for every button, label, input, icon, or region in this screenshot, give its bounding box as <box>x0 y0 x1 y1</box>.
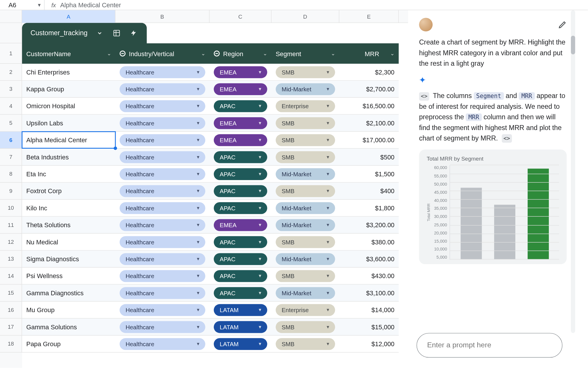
cell-customer-name[interactable]: Nu Medical <box>22 234 115 250</box>
cell-region[interactable]: APAC▼ <box>209 166 271 182</box>
cell-industry[interactable]: Healthcare▼ <box>115 166 209 182</box>
segment-pill[interactable]: SMB▼ <box>276 270 335 282</box>
cell-segment[interactable]: Mid-Market▼ <box>271 200 339 216</box>
column-letter-C[interactable]: C <box>209 10 271 23</box>
cell-industry[interactable]: Healthcare▼ <box>115 302 209 318</box>
row-number[interactable]: 14 <box>0 268 22 285</box>
cell-customer-name[interactable]: Upsilon Labs <box>22 115 115 131</box>
cell-customer-name[interactable]: Kappa Group <box>22 81 115 97</box>
industry-pill[interactable]: Healthcare▼ <box>120 100 205 112</box>
cell-mrr[interactable]: $430.00 <box>339 268 399 284</box>
cell-segment[interactable]: SMB▼ <box>271 149 339 165</box>
cell-mrr[interactable]: $1,500 <box>339 166 399 182</box>
cell-industry[interactable]: Healthcare▼ <box>115 81 209 97</box>
segment-pill[interactable]: SMB▼ <box>276 185 335 197</box>
cell-customer-name[interactable]: Psi Wellness <box>22 268 115 284</box>
cell-customer-name[interactable]: Eta Inc <box>22 166 115 182</box>
scrollbar-thumb[interactable] <box>571 36 575 54</box>
column-header-segment[interactable]: Segment⌄ <box>271 43 339 64</box>
cell-segment[interactable]: Mid-Market▼ <box>271 81 339 97</box>
row-number[interactable]: 3 <box>0 81 22 97</box>
cell-segment[interactable]: Mid-Market▼ <box>271 250 339 267</box>
cell-region[interactable]: APAC▼ <box>209 268 271 284</box>
cell-industry[interactable]: Healthcare▼ <box>115 268 209 284</box>
region-pill[interactable]: EMEA▼ <box>214 134 267 146</box>
cell-mrr[interactable]: $500 <box>339 149 399 165</box>
cell-customer-name[interactable]: Kilo Inc <box>22 200 115 216</box>
segment-pill[interactable]: Mid-Market▼ <box>276 168 335 180</box>
table-grid-icon[interactable] <box>112 29 121 38</box>
row-number[interactable]: 1 <box>0 43 22 64</box>
column-header-customer-name[interactable]: CustomerName⌄ <box>22 43 115 64</box>
region-pill[interactable]: EMEA▼ <box>214 219 267 231</box>
cell-segment[interactable]: SMB▼ <box>271 335 339 352</box>
segment-pill[interactable]: SMB▼ <box>276 338 335 350</box>
cell-region[interactable]: APAC▼ <box>209 149 271 165</box>
cell-industry[interactable]: Healthcare▼ <box>115 115 209 131</box>
cell-mrr[interactable]: $15,000 <box>339 319 399 335</box>
column-header-mrr[interactable]: MRR⌄ <box>339 43 399 64</box>
cell-mrr[interactable]: $16,500.00 <box>339 98 399 114</box>
cell-industry[interactable]: Healthcare▼ <box>115 200 209 216</box>
code-toggle-icon[interactable]: <> <box>419 92 429 101</box>
segment-pill[interactable]: Mid-Market▼ <box>276 202 335 214</box>
cell-segment[interactable]: SMB▼ <box>271 64 339 80</box>
cell-industry[interactable]: Healthcare▼ <box>115 335 209 352</box>
cell-region[interactable]: EMEA▼ <box>209 132 271 148</box>
region-pill[interactable]: LATAM▼ <box>214 338 267 350</box>
cell-segment[interactable]: SMB▼ <box>271 319 339 335</box>
industry-pill[interactable]: Healthcare▼ <box>120 168 205 180</box>
row-number[interactable]: 4 <box>0 98 22 115</box>
row-number[interactable]: 18 <box>0 335 22 352</box>
segment-pill[interactable]: Mid-Market▼ <box>276 219 335 231</box>
cell-mrr[interactable]: $3,200.00 <box>339 217 399 233</box>
region-pill[interactable]: APAC▼ <box>214 185 267 197</box>
cell-mrr[interactable]: $2,700.00 <box>339 81 399 97</box>
cell-segment[interactable]: Mid-Market▼ <box>271 166 339 182</box>
row-number[interactable]: 13 <box>0 250 22 267</box>
industry-pill[interactable]: Healthcare▼ <box>120 236 205 248</box>
column-letter-D[interactable]: D <box>271 10 339 23</box>
cell-customer-name[interactable]: Sigma Diagnostics <box>22 250 115 267</box>
row-number[interactable]: 5 <box>0 115 22 131</box>
cell-region[interactable]: APAC▼ <box>209 98 271 114</box>
industry-pill[interactable]: Healthcare▼ <box>120 219 205 231</box>
segment-pill[interactable]: SMB▼ <box>276 321 335 333</box>
cell-customer-name[interactable]: Gamma Solutions <box>22 319 115 335</box>
industry-pill[interactable]: Healthcare▼ <box>120 253 205 265</box>
cell-region[interactable]: APAC▼ <box>209 285 271 301</box>
column-letter-E[interactable]: E <box>339 10 399 23</box>
region-pill[interactable]: LATAM▼ <box>214 304 267 316</box>
segment-pill[interactable]: SMB▼ <box>276 66 335 78</box>
cell-industry[interactable]: Healthcare▼ <box>115 149 209 165</box>
cell-region[interactable]: APAC▼ <box>209 234 271 250</box>
region-pill[interactable]: EMEA▼ <box>214 83 267 95</box>
cell-customer-name[interactable]: Alpha Medical Center <box>22 132 115 148</box>
cell-region[interactable]: LATAM▼ <box>209 302 271 318</box>
region-pill[interactable]: APAC▼ <box>214 168 267 180</box>
industry-pill[interactable]: Healthcare▼ <box>120 338 205 350</box>
cell-mrr[interactable]: $380.00 <box>339 234 399 250</box>
formula-value[interactable]: Alpha Medical Center <box>60 1 121 8</box>
cell-mrr[interactable]: $2,100.00 <box>339 115 399 131</box>
industry-pill[interactable]: Healthcare▼ <box>120 270 205 282</box>
cell-segment[interactable]: Enterprise▼ <box>271 98 339 114</box>
chart-preview-card[interactable]: Total MRR by Segment Total MRR 60,00055,… <box>419 150 567 264</box>
cell-segment[interactable]: SMB▼ <box>271 183 339 199</box>
cell-customer-name[interactable]: Omicron Hospital <box>22 98 115 114</box>
column-letter-A[interactable]: A <box>22 10 115 23</box>
segment-pill[interactable]: Mid-Market▼ <box>276 287 335 299</box>
cell-segment[interactable]: SMB▼ <box>271 268 339 284</box>
industry-pill[interactable]: Healthcare▼ <box>120 321 205 333</box>
cell-customer-name[interactable]: Foxtrot Corp <box>22 183 115 199</box>
cell-segment[interactable]: Mid-Market▼ <box>271 285 339 301</box>
cell-region[interactable]: APAC▼ <box>209 250 271 267</box>
cell-mrr[interactable]: $3,600.00 <box>339 250 399 267</box>
row-number[interactable]: 15 <box>0 285 22 301</box>
cell-segment[interactable]: SMB▼ <box>271 115 339 131</box>
row-number[interactable]: 6 <box>0 132 22 149</box>
industry-pill[interactable]: Healthcare▼ <box>120 202 205 214</box>
cell-customer-name[interactable]: Gamma Diagnostics <box>22 285 115 301</box>
cell-industry[interactable]: Healthcare▼ <box>115 319 209 335</box>
table-tab[interactable]: Customer_tracking <box>22 23 147 43</box>
